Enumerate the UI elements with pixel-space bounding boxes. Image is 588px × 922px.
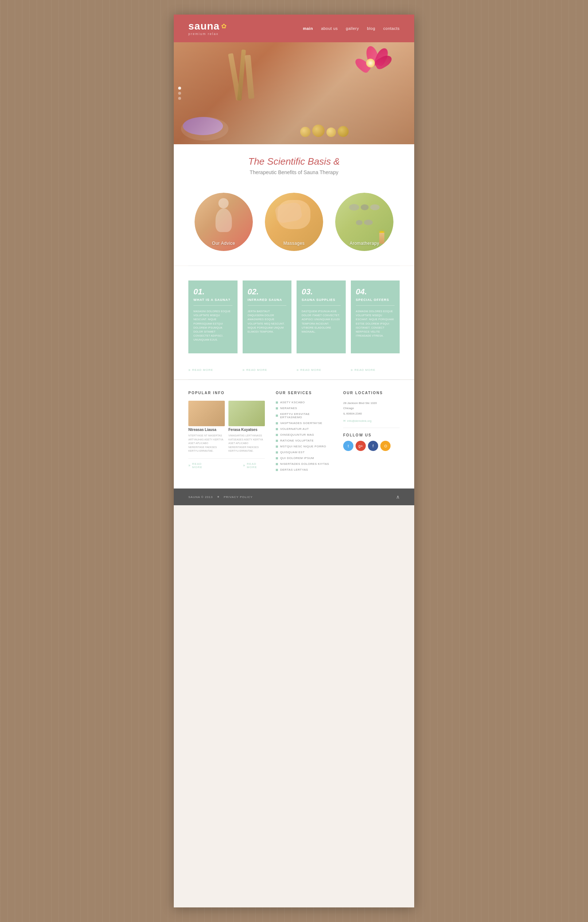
service-4: Volernatur Aut <box>276 427 332 431</box>
circle-massage-label: Massages <box>283 241 305 246</box>
service-text-7: Mstqui Nesc Nique Porro <box>280 445 326 448</box>
service-dot-3 <box>276 422 278 424</box>
popular-title: Popular Info <box>188 391 265 395</box>
address-line1: 28 Jackson Blvd Ste 1020 <box>343 401 377 405</box>
read-more-link-1[interactable]: Read More <box>188 368 237 372</box>
post-desc-1: Ntertyase nt masertas artyauhas asety ke… <box>188 434 225 453</box>
title-section: The Scientific Basis & Therapeutic Benef… <box>174 144 414 185</box>
read-more-link-4[interactable]: Read More <box>351 368 400 372</box>
nav-about[interactable]: about us <box>321 26 338 31</box>
scroll-to-top-button[interactable]: ∧ <box>396 494 400 500</box>
footer-policy-link[interactable]: Privacy Policy <box>224 495 253 499</box>
read-more-2: Read More <box>243 368 292 372</box>
circles-section: Our Advice Massages <box>174 185 414 266</box>
read-more-link-2[interactable]: Read More <box>243 368 292 372</box>
service-text-10: Nisertades Dolores Kiytas <box>280 462 329 466</box>
service-9: Qui Dolorem Ipsum <box>276 456 332 460</box>
popular-read-more: Read More Read More <box>188 462 265 469</box>
service-text-11: Dertas Lertyas <box>280 468 308 471</box>
circle-massage[interactable]: Massages <box>265 193 323 251</box>
card-4-number: 04. <box>356 287 395 296</box>
read-more-link-3[interactable]: Read More <box>297 368 346 372</box>
post-info-2: Ferasa Kuyatses Vimasartas lertyanass ka… <box>229 428 265 453</box>
circle-advice-img: Our Advice <box>194 193 253 251</box>
service-dot-9 <box>276 457 278 459</box>
service-0: Asety Kscabo <box>276 401 332 404</box>
social-twitter[interactable]: t <box>343 441 353 451</box>
logo-text: sauna <box>188 21 220 31</box>
card-1-number: 01. <box>193 287 232 296</box>
nav-main[interactable]: main <box>303 26 313 31</box>
card-1-divider <box>193 305 232 306</box>
email-text: info@demolink.org <box>347 419 372 423</box>
post-info-1: Ntreasas Liausa Ntertyase nt masertas ar… <box>188 428 225 453</box>
service-dot-11 <box>276 469 278 471</box>
email-icon: ✉ <box>343 419 346 423</box>
footer-copyright: Sauna © 2013 <box>188 495 213 499</box>
service-dot-2 <box>276 415 278 417</box>
service-text-6: Ratione Voluptate <box>280 439 314 442</box>
card-3-title: Sauna Supplies <box>302 298 341 302</box>
nav-contacts[interactable]: contacts <box>383 26 400 31</box>
loc-divider <box>343 428 400 428</box>
main-nav: main about us gallery blog contacts <box>303 26 400 31</box>
circle-aroma-label: Aromatherapy <box>350 241 379 246</box>
post-divider <box>188 458 265 459</box>
circle-advice[interactable]: Our Advice <box>194 193 253 251</box>
slider-dots <box>178 87 181 100</box>
card-2-divider <box>248 305 287 306</box>
slider-dot-3[interactable] <box>178 97 181 100</box>
service-dot-4 <box>276 428 278 430</box>
sub-title: Therapeutic Benefits of Sauna Therapy <box>188 169 400 175</box>
location-email[interactable]: ✉ info@demolink.org <box>343 419 400 423</box>
card-2-number: 02. <box>248 287 287 296</box>
circle-massage-img: Massages <box>265 193 323 251</box>
service-6: Ratione Voluptate <box>276 439 332 442</box>
card-2-title: Infrared Sauna <box>248 298 287 302</box>
circle-massage-bg: Massages <box>265 193 323 251</box>
social-facebook[interactable]: f <box>368 441 378 451</box>
service-text-4: Volernatur Aut <box>280 427 309 431</box>
circle-aroma-bg: Aromatherapy <box>335 193 394 251</box>
read-more-row: Read More Read More Read More Read More <box>174 368 414 379</box>
service-text-1: Nerafaes <box>280 407 297 410</box>
popular-read-more-link-1[interactable]: Read More <box>188 462 210 469</box>
circle-aroma[interactable]: Aromatherapy <box>335 193 394 251</box>
social-wifi[interactable]: ⊙ <box>381 441 390 451</box>
service-dot-10 <box>276 463 278 465</box>
social-icons: t g+ f ⊙ <box>343 441 400 451</box>
card-2: 02. Infrared Sauna Jerta baditaut onquis… <box>243 281 292 353</box>
social-google[interactable]: g+ <box>356 441 366 451</box>
slider-dot-1[interactable] <box>178 87 181 90</box>
service-dot-5 <box>276 434 278 436</box>
popular-posts: Ntreasas Liausa Ntertyase nt masertas ar… <box>188 401 265 453</box>
card-3-number: 03. <box>302 287 341 296</box>
card-3: 03. Sauna Supplies Dastquem ipsunua asie… <box>297 281 346 353</box>
slider-dot-2[interactable] <box>178 92 181 95</box>
twitter-icon: t <box>348 444 349 448</box>
service-text-5: Oinsequuntur Mag <box>280 433 314 436</box>
locations-title: Our Locations <box>343 391 400 395</box>
follow-title: Follow Us <box>343 433 400 437</box>
read-more-4: Read More <box>351 368 400 372</box>
circle-aroma-img: Aromatherapy <box>335 193 394 251</box>
read-more-1: Read More <box>188 368 237 372</box>
read-more-3: Read More <box>297 368 346 372</box>
circle-advice-label: Our Advice <box>212 241 235 246</box>
post-name-2: Ferasa Kuyatses <box>229 428 265 432</box>
logo-area: sauna ✿ premium relax <box>188 21 227 36</box>
hero-salt-bowl <box>183 117 223 135</box>
service-11: Dertas Lertyas <box>276 468 332 471</box>
nav-blog[interactable]: blog <box>367 26 375 31</box>
post-thumb-1 <box>188 401 225 426</box>
service-text-8: Quisquam Est <box>280 451 305 454</box>
location-address: 28 Jackson Blvd Ste 1020 Chicago IL 6060… <box>343 401 400 416</box>
card-4-divider <box>356 305 395 306</box>
nav-gallery[interactable]: gallery <box>346 26 359 31</box>
popular-read-more-link-2[interactable]: Read More <box>243 462 265 469</box>
card-1-text: Masagni dolores eoque voluptate msequ ne… <box>193 309 232 342</box>
service-2: Kertyu Ersvitae Ertyasnemo <box>276 412 332 419</box>
wifi-icon: ⊙ <box>384 444 387 448</box>
service-5: Oinsequuntur Mag <box>276 433 332 436</box>
card-3-text: Dastquem ipsunua asie dolor itamet conve… <box>302 309 341 333</box>
